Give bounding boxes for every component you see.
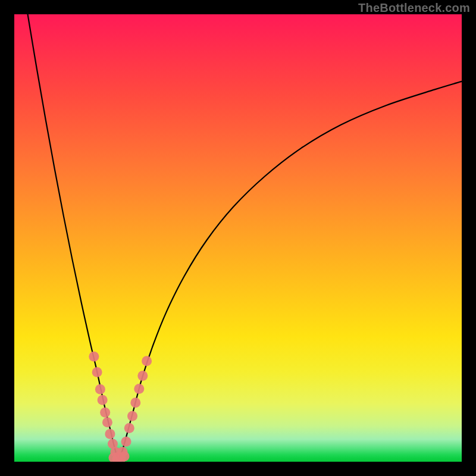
- data-point: [105, 429, 115, 439]
- data-point: [134, 384, 144, 394]
- data-point: [92, 367, 102, 377]
- data-point: [95, 384, 105, 394]
- data-point: [124, 423, 134, 433]
- data-point: [121, 437, 131, 447]
- plot-area: [14, 14, 462, 462]
- bottleneck-curve: [28, 14, 462, 459]
- chart-frame: TheBottleneck.com: [0, 0, 476, 476]
- data-point: [98, 395, 108, 405]
- curve-left-branch: [28, 14, 119, 459]
- curve-layer: [14, 14, 462, 462]
- watermark-text: TheBottleneck.com: [358, 1, 470, 15]
- data-point: [119, 451, 129, 461]
- marker-layer: [89, 352, 152, 462]
- data-point: [127, 411, 137, 421]
- data-point: [89, 352, 99, 362]
- curve-right-branch: [118, 82, 462, 459]
- data-point: [130, 397, 140, 408]
- data-point: [100, 408, 110, 418]
- data-point: [137, 371, 148, 381]
- data-point: [142, 356, 152, 366]
- data-point: [102, 417, 112, 427]
